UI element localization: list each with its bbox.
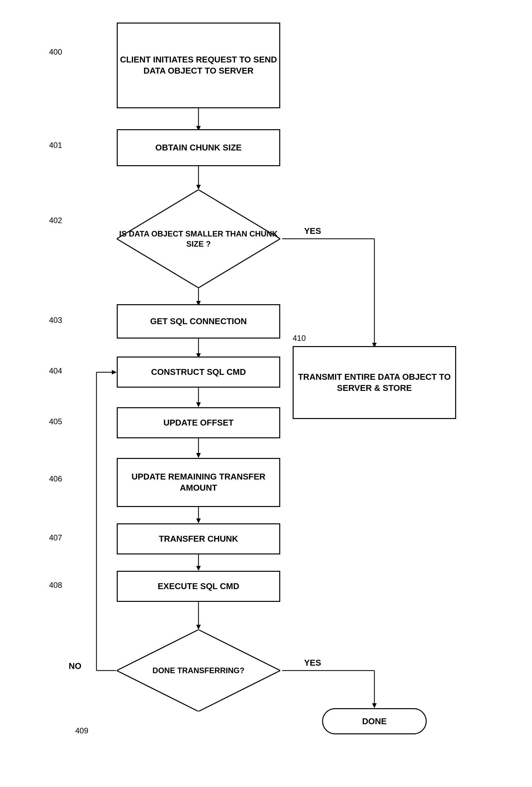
ref-402: 402	[49, 216, 62, 225]
ref-405: 405	[49, 417, 62, 426]
ref-408: 408	[49, 581, 62, 590]
node-405: UPDATE OFFSET	[117, 407, 280, 438]
ref-407: 407	[49, 533, 62, 542]
node-408: EXECUTE SQL CMD	[117, 571, 280, 602]
node-done: DONE	[322, 708, 427, 734]
svg-marker-19	[196, 566, 201, 571]
ref-400: 400	[49, 47, 62, 57]
ref-406: 406	[49, 474, 62, 484]
node-409: DONE TRANSFERRING?	[117, 630, 280, 711]
svg-marker-29	[112, 370, 117, 375]
node-400: CLIENT INITIATES REQUEST TO SEND DATA OB…	[117, 23, 280, 108]
ref-403: 403	[49, 316, 62, 325]
svg-marker-21	[196, 625, 201, 630]
node-406: UPDATE REMAINING TRANSFER AMOUNT	[117, 458, 280, 507]
node-401: OBTAIN CHUNK SIZE	[117, 129, 280, 166]
svg-text:YES: YES	[304, 226, 321, 236]
node-410: TRANSMIT ENTIRE DATA OBJECT TO SERVER & …	[293, 346, 456, 419]
ref-401: 401	[49, 141, 62, 150]
ref-410: 410	[293, 334, 306, 343]
node-403: GET SQL CONNECTION	[117, 304, 280, 339]
svg-marker-15	[196, 453, 201, 458]
node-404: CONSTRUCT SQL CMD	[117, 357, 280, 388]
svg-text:YES: YES	[304, 658, 321, 667]
svg-marker-24	[372, 703, 377, 708]
flowchart-diagram: YES YES NO	[0, 0, 532, 787]
svg-marker-13	[196, 402, 201, 407]
svg-marker-17	[196, 518, 201, 523]
node-407: TRANSFER CHUNK	[117, 523, 280, 554]
node-402: IS DATA OBJECT SMALLER THAN CHUNK SIZE ?	[117, 190, 280, 288]
ref-409: 409	[75, 726, 88, 735]
svg-marker-3	[196, 185, 201, 190]
ref-404: 404	[49, 366, 62, 376]
svg-text:NO: NO	[69, 661, 82, 671]
